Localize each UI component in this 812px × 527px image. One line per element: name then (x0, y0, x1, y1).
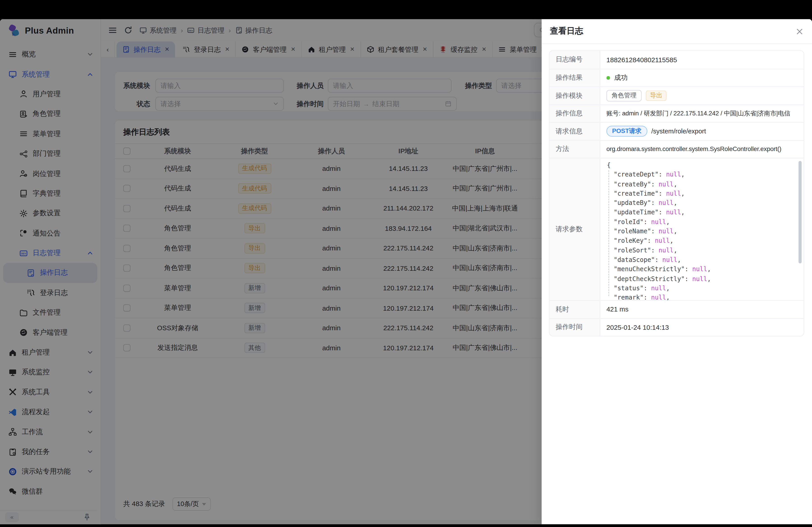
result-value: 成功 (614, 73, 628, 82)
detail-row-info: 操作信息 账号: admin / 研发部门 / 222.175.114.242 … (549, 104, 804, 122)
request-params-json[interactable]: { createDeptnull createBynull createTime… (600, 159, 804, 300)
close-icon[interactable] (796, 27, 804, 35)
operation-type-badge: 导出 (646, 90, 667, 101)
detail-row-request: 请求信息 POST请求 /system/role/export (549, 122, 804, 140)
detail-row-result: 操作结果 成功 (549, 69, 804, 86)
detail-row-method: 方法 org.dromara.system.controller.system.… (549, 140, 804, 158)
operation-time-value: 2025-01-24 10:14:13 (607, 323, 669, 331)
log-id-value: 1882612840802115585 (607, 56, 677, 63)
module-badge: 角色管理 (607, 90, 642, 102)
operation-info-value: 账号: admin / 研发部门 / 222.175.114.242 / 中国|… (607, 109, 791, 118)
detail-row-module: 操作模块 角色管理 导出 (549, 86, 804, 104)
params-scrollbar[interactable] (798, 161, 802, 264)
method-value: org.dromara.system.controller.system.Sys… (607, 146, 782, 153)
request-path-value: /system/role/export (651, 128, 706, 135)
screenshot-stage: Plus Admin 概览 系统管理 用户管理 角色管理 (0, 0, 812, 527)
detail-row-params: 请求参数 { createDeptnull createBynull creat… (549, 158, 804, 300)
post-method-badge: POST请求 (607, 126, 647, 137)
detail-row-log-id: 日志编号 1882612840802115585 (549, 51, 804, 69)
duration-value: 421 ms (607, 305, 629, 313)
view-log-drawer: 查看日志 日志编号 1882612840802115585 操作结果 成功 操作… (542, 19, 812, 524)
drawer-overlay-mask[interactable] (0, 19, 542, 524)
detail-row-time: 操作时间 2025-01-24 10:14:13 (549, 318, 804, 336)
app-window: Plus Admin 概览 系统管理 用户管理 角色管理 (0, 19, 812, 524)
drawer-title: 查看日志 (550, 26, 583, 37)
indent-guide (609, 170, 609, 296)
log-detail-table: 日志编号 1882612840802115585 操作结果 成功 操作模块 角色… (549, 50, 804, 336)
drawer-header: 查看日志 (542, 19, 812, 44)
detail-row-duration: 耗时 421 ms (549, 300, 804, 318)
success-dot-icon (607, 76, 610, 79)
